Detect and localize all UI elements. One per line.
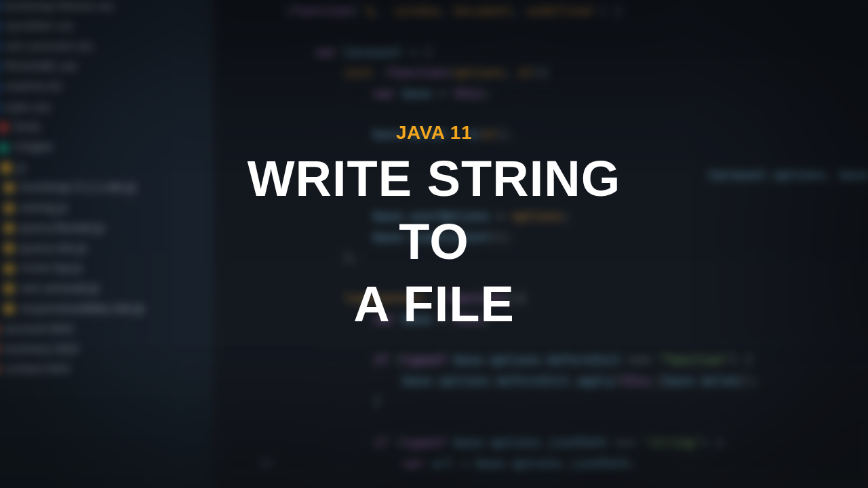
- tree-item: readme.txt: [0, 77, 205, 98]
- tree-item: style.css: [0, 97, 205, 117]
- tree-item: owl.carousel.css: [0, 37, 205, 57]
- code-line: 38 var url = base.options.jsonPath;: [252, 453, 868, 473]
- code-line: var base = this;: [252, 83, 868, 103]
- code-line: (function( $, window, document, undefine…: [252, 1, 868, 21]
- tree-item: bootstrap-theme.css: [0, 0, 205, 16]
- title-line-1: WRITE STRING: [248, 148, 621, 211]
- code-line: [252, 474, 868, 488]
- file-label: bootstrap-theme.css: [4, 0, 114, 16]
- code-line: [252, 412, 868, 432]
- code-line: if (typeof base.options.beforeInit === "…: [252, 350, 868, 371]
- code-line: [252, 104, 868, 124]
- stage: bootstrap-theme.cssnpnslider.cssowl.caro…: [0, 0, 868, 488]
- file-label: README.md: [4, 58, 76, 77]
- tree-item: npnslider.css: [0, 16, 205, 37]
- line-number: 38: [252, 453, 273, 473]
- tree-item: contact.html: [0, 359, 205, 380]
- file-label: style.css: [4, 98, 50, 117]
- file-label: contact.html: [4, 360, 69, 379]
- code-line: init :function(options, el){: [252, 62, 868, 83]
- file-label: owl.carousel.css: [4, 37, 93, 56]
- code-line: var Carousel = {: [252, 42, 868, 62]
- title-line-3: A FILE: [248, 273, 621, 336]
- code-line: }: [252, 391, 868, 411]
- kicker-text: JAVA 11: [396, 122, 472, 144]
- file-label: readme.txt: [4, 78, 61, 97]
- code-line: base.options.beforeInit.apply(this,[base…: [252, 371, 868, 391]
- code-line: if (typeof base.options.jsonPath === "st…: [252, 432, 868, 453]
- tree-item: README.md: [0, 57, 205, 77]
- overlay-titles: JAVA 11 WRITE STRING TO A FILE: [0, 122, 868, 336]
- title-line-2: TO: [248, 211, 621, 274]
- code-line: [252, 21, 868, 41]
- file-label: npnslider.css: [4, 17, 74, 36]
- tree-item: business.html: [0, 340, 205, 360]
- file-label: business.html: [4, 340, 78, 359]
